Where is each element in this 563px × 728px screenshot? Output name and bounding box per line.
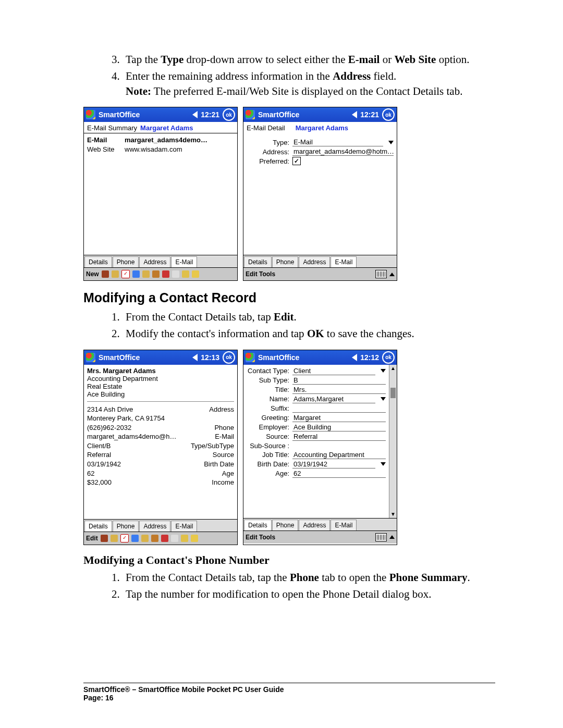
scroll-up-icon[interactable]: ▲ xyxy=(390,365,396,372)
title-field[interactable]: Mrs. xyxy=(292,386,386,394)
toolbar-icon[interactable] xyxy=(152,270,160,278)
detail-row: 03/19/1942Birth Date xyxy=(87,460,234,469)
menu-edit[interactable]: Edit xyxy=(86,535,98,542)
tab-details[interactable]: Details xyxy=(244,520,272,530)
toolbar-icon[interactable] xyxy=(181,535,188,542)
sub-type-field[interactable]: B xyxy=(292,376,386,385)
speaker-icon[interactable] xyxy=(192,111,198,118)
toolbar-icon[interactable] xyxy=(161,535,168,542)
top-instructions: Tap the Type drop-down arrow to select e… xyxy=(83,52,495,98)
step-1: From the Contact Details tab, tap the Ph… xyxy=(123,570,495,585)
toolbar-icon[interactable] xyxy=(101,535,108,542)
menu-edit-tools[interactable]: Edit Tools xyxy=(246,534,275,541)
page-footer: SmartOffice® – SmartOffice Mobile Pocket… xyxy=(83,683,495,702)
detail-row: Monterey Park, CA 91754 xyxy=(87,414,234,423)
heading-modify-phone: Modifying a Contact's Phone Number xyxy=(83,553,495,567)
tab-details[interactable]: Details xyxy=(84,521,112,532)
scrollbar[interactable]: ▲ ▼ xyxy=(389,365,397,518)
birth-date-field[interactable]: 03/19/1942 xyxy=(292,460,375,468)
address-field[interactable]: margaret_adams4demo@hotm… xyxy=(292,147,394,156)
sip-up-icon[interactable] xyxy=(389,273,395,276)
source-field[interactable]: Referral xyxy=(292,433,386,441)
speaker-icon[interactable] xyxy=(192,354,198,361)
toolbar-icon[interactable] xyxy=(132,270,140,278)
toolbar-icon[interactable] xyxy=(142,270,150,278)
menu-edit-tools[interactable]: Edit Tools xyxy=(246,270,275,278)
name-field[interactable]: Adams,Margaret xyxy=(292,395,375,403)
suffix-field[interactable] xyxy=(292,404,386,413)
titlebar: SmartOffice 12:13 ok xyxy=(84,350,237,365)
start-icon[interactable] xyxy=(246,353,255,362)
detail-row: 62Age xyxy=(87,469,234,478)
toolbar-icon[interactable] xyxy=(191,535,198,542)
toolbar-icon[interactable] xyxy=(172,270,179,278)
toolbar-icon[interactable] xyxy=(141,535,149,542)
chevron-down-icon[interactable] xyxy=(381,462,386,466)
toolbar-icon[interactable] xyxy=(112,270,119,278)
tab-details[interactable]: Details xyxy=(244,256,272,267)
detail-row: Client/BType/SubType xyxy=(87,441,234,451)
content-area: Type:E-Mail Address:margaret_adams4demo@… xyxy=(243,133,397,255)
tab-address[interactable]: Address xyxy=(139,256,170,267)
toolbar-icon[interactable] xyxy=(102,270,109,278)
toolbar-icon[interactable] xyxy=(171,535,178,542)
preferred-checkbox[interactable]: ✓ xyxy=(292,157,301,165)
tab-phone[interactable]: Phone xyxy=(272,256,299,267)
tab-details[interactable]: Details xyxy=(84,256,112,267)
toolbar-icon[interactable] xyxy=(162,270,169,278)
heading-modify-contact: Modifying a Contact Record xyxy=(83,290,495,305)
sip-up-icon[interactable] xyxy=(389,535,395,539)
tab-email[interactable]: E-Mail xyxy=(171,256,197,267)
list-item[interactable]: Web Sitewww.wisadam.com xyxy=(87,145,234,154)
tab-phone[interactable]: Phone xyxy=(113,256,139,267)
detail-row: margaret_adams4demo@h…E-Mail xyxy=(87,432,234,441)
age-field[interactable]: 62 xyxy=(292,470,386,478)
tab-phone[interactable]: Phone xyxy=(113,521,139,532)
toolbar-icon[interactable] xyxy=(111,535,118,542)
titlebar: SmartOffice 12:21 ok xyxy=(84,107,237,122)
type-dropdown[interactable]: E-Mail xyxy=(292,138,383,146)
greeting-field[interactable]: Margaret xyxy=(292,414,386,422)
toolbar-icon[interactable] xyxy=(131,535,139,542)
clock: 12:12 xyxy=(360,353,379,362)
speaker-icon[interactable] xyxy=(352,111,357,118)
toolbar-icon[interactable] xyxy=(182,270,189,278)
start-icon[interactable] xyxy=(246,110,255,119)
speaker-icon[interactable] xyxy=(352,354,357,361)
ok-button[interactable]: ok xyxy=(223,351,235,364)
start-icon[interactable] xyxy=(86,353,95,362)
titlebar: SmartOffice 12:21 ok xyxy=(243,107,397,122)
tab-address[interactable]: Address xyxy=(299,256,330,267)
chevron-down-icon[interactable] xyxy=(381,397,386,401)
toolbar-icon[interactable]: ✓ xyxy=(120,534,129,542)
sub-header: E-Mail Detail Margaret Adams xyxy=(243,122,397,133)
tab-address[interactable]: Address xyxy=(139,521,170,532)
step-2: Tap the number for modification to open … xyxy=(123,587,495,601)
chevron-down-icon[interactable] xyxy=(388,141,394,144)
keyboard-icon[interactable] xyxy=(375,533,387,541)
keyboard-icon[interactable] xyxy=(375,270,387,278)
ok-button[interactable]: ok xyxy=(382,108,395,121)
chevron-down-icon[interactable] xyxy=(381,369,386,373)
scroll-thumb[interactable] xyxy=(390,388,396,398)
toolbar-icon[interactable] xyxy=(151,535,158,542)
tab-email[interactable]: E-Mail xyxy=(331,256,357,267)
contact-type-field[interactable]: Client xyxy=(292,367,375,375)
clock: 12:13 xyxy=(201,353,219,362)
toolbar-icon[interactable]: ✓ xyxy=(121,270,130,278)
tab-email[interactable]: E-Mail xyxy=(171,521,197,532)
menu-new[interactable]: New xyxy=(86,270,99,278)
list-item[interactable]: E-Mailmargaret_adams4demo… xyxy=(87,135,234,145)
tab-email[interactable]: E-Mail xyxy=(331,520,357,530)
start-icon[interactable] xyxy=(86,110,95,119)
clock: 12:21 xyxy=(201,110,219,119)
toolbar-icon[interactable] xyxy=(192,270,199,278)
ok-button[interactable]: ok xyxy=(382,351,395,364)
employer-field[interactable]: Ace Building xyxy=(292,423,386,431)
tab-phone[interactable]: Phone xyxy=(272,520,299,530)
tab-address[interactable]: Address xyxy=(299,520,330,530)
job-title-field[interactable]: Accounting Department xyxy=(292,451,386,459)
content-area: Mrs. Margaret Adams Accounting Departmen… xyxy=(84,365,237,519)
scroll-down-icon[interactable]: ▼ xyxy=(390,511,396,518)
ok-button[interactable]: ok xyxy=(223,108,235,121)
